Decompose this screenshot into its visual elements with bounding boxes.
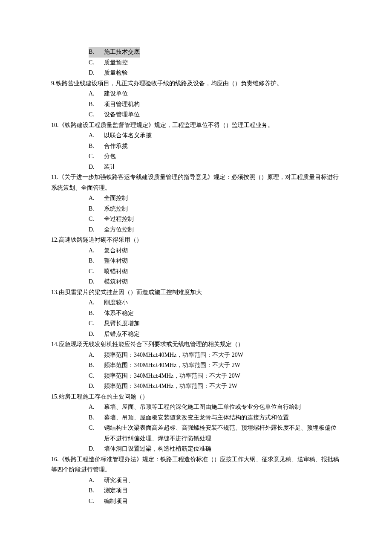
option: A.频率范围：340MHz±40MHz，功率范围：不大于 20W bbox=[89, 350, 341, 361]
option-list: B.施工技术交底C.质量预控D.质量检验 bbox=[89, 47, 341, 78]
option-letter: A. bbox=[89, 89, 104, 99]
question: B.施工技术交底C.质量预控D.质量检验 bbox=[51, 47, 341, 78]
option-letter: B. bbox=[89, 413, 104, 423]
option-list: A.频率范围：340MHz±40MHz，功率范围：不大于 20WB.频率范围：3… bbox=[89, 350, 341, 392]
option: A.幕墙、屋面、吊顶等工程的深化施工图由施工单位或专业分包单位自行绘制 bbox=[89, 402, 341, 413]
option-text: 墙体洞口设置过梁，构造柱植筋定位准确 bbox=[104, 444, 211, 454]
option-letter: C. bbox=[89, 371, 104, 382]
option-text: 研究项目、 bbox=[104, 475, 134, 486]
option-text: 幕墙、吊顶、屋面板安装随意改变主龙骨与主体结构的连接方式和位置 bbox=[104, 413, 289, 423]
option-text: 分包 bbox=[104, 151, 116, 162]
option-letter: B. bbox=[89, 486, 104, 496]
option-text: 喷锚衬砌 bbox=[104, 266, 128, 277]
option-letter: A. bbox=[89, 246, 104, 256]
question-text: 15.站房工程施工存在的主要问题（） bbox=[51, 392, 341, 402]
option-letter: C. bbox=[89, 496, 104, 507]
question-text: 9.铁路营业线建设项目，凡正式办理验收手续的线路及设备，均应由（）负责维修养护。 bbox=[51, 78, 341, 89]
option-letter: C. bbox=[89, 151, 104, 162]
option: C.钢结构主次梁表面高差超标、高强螺栓安装不规范、预埋螺杆外露长度不足、预埋板偏… bbox=[89, 423, 341, 444]
option-letter: B. bbox=[89, 99, 104, 110]
option-text: 刚度较小 bbox=[104, 298, 128, 308]
option-text: 频率范围：340MHz±40MHz，功率范围：不大于 20W bbox=[104, 350, 243, 361]
option-list: A.建设单位B.项目管理机构C.设备管理单位 bbox=[89, 89, 341, 120]
option: C.全过程控制 bbox=[89, 214, 341, 225]
option-letter: B. bbox=[89, 308, 104, 319]
option: A.刚度较小 bbox=[89, 298, 341, 308]
option-letter: B. bbox=[89, 256, 104, 266]
option: B.整体衬砌 bbox=[89, 256, 341, 266]
option-text: 全方位控制 bbox=[104, 225, 134, 235]
option-letter: A. bbox=[89, 130, 104, 141]
option-letter: C. bbox=[89, 423, 104, 444]
option-list: A.复合衬砌B.整体衬砌C.喷锚衬砌D.模筑衬砌 bbox=[89, 246, 341, 287]
option: A.研究项目、 bbox=[89, 475, 341, 486]
question: 16.《铁路工程造价标准管理办法》规定：铁路工程造价标准（）应按工作大纲、征求意… bbox=[51, 454, 341, 507]
option-text: 整体衬砌 bbox=[104, 256, 128, 266]
option-text: 后错点不稳定 bbox=[104, 329, 140, 340]
question-text: 12.高速铁路隧道衬砌不得采用（） bbox=[51, 235, 341, 246]
option-text: 钢结构主次梁表面高差超标、高强螺栓安装不规范、预埋螺杆外露长度不足、预埋板偏位后… bbox=[104, 423, 341, 444]
option: B.合作承揽 bbox=[89, 141, 341, 152]
option: B.施工技术交底 bbox=[89, 47, 341, 58]
question-text: 14.应急现场无线发射机性能应符合下列要求或无线电管理的相关规定（） bbox=[51, 339, 341, 350]
option-list: A.以联合体名义承揽B.合作承揽C.分包D.装让 bbox=[89, 130, 341, 172]
option-letter: C. bbox=[89, 318, 104, 329]
option-text: 系统控制 bbox=[104, 204, 128, 214]
option: B.频率范围：340MHz±40MHz，功率范围：不大于 2W bbox=[89, 360, 341, 371]
question-text: 13.由贝雷梁片的梁式挂蓝因（）而造成施工控制难度加大 bbox=[51, 287, 341, 298]
option: C.喷锚衬砌 bbox=[89, 266, 341, 277]
option-list: A.研究项目、B.测定项目C.编制项目 bbox=[89, 475, 341, 507]
option-text: 设备管理单位 bbox=[104, 110, 140, 120]
question: 12.高速铁路隧道衬砌不得采用（）A.复合衬砌B.整体衬砌C.喷锚衬砌D.模筑衬… bbox=[51, 235, 341, 287]
option-text: 全面控制 bbox=[104, 193, 128, 204]
question-text: 16.《铁路工程造价标准管理办法》规定：铁路工程造价标准（）应按工作大纲、征求意… bbox=[51, 454, 341, 475]
option: B.幕墙、吊顶、屋面板安装随意改变主龙骨与主体结构的连接方式和位置 bbox=[89, 413, 341, 423]
option-text: 频率范围：340MHz±4MHz，功率范围：不大于 2W bbox=[104, 381, 237, 392]
option: B.项目管理机构 bbox=[89, 99, 341, 110]
option: A.全面控制 bbox=[89, 193, 341, 204]
option-letter: D. bbox=[89, 277, 104, 287]
option-letter: C. bbox=[89, 58, 104, 68]
option-text: 复合衬砌 bbox=[104, 246, 128, 256]
option-text: 模筑衬砌 bbox=[104, 277, 128, 287]
option: B.体系不稳定 bbox=[89, 308, 341, 319]
option-text: 装让 bbox=[104, 162, 116, 173]
option-letter: B. bbox=[89, 47, 104, 58]
option-letter: A. bbox=[89, 402, 104, 413]
option-list: A.幕墙、屋面、吊顶等工程的深化施工图由施工单位或专业分包单位自行绘制B.幕墙、… bbox=[89, 402, 341, 454]
option-text: 悬臂长度增加 bbox=[104, 318, 140, 329]
option-text: 频率范围：340MHz±40MHz，功率范围：不大于 2W bbox=[104, 360, 240, 371]
question: 14.应急现场无线发射机性能应符合下列要求或无线电管理的相关规定（）A.频率范围… bbox=[51, 339, 341, 392]
option: D.频率范围：340MHz±4MHz，功率范围：不大于 2W bbox=[89, 381, 341, 392]
option-letter: A. bbox=[89, 298, 104, 308]
option-text: 质量预控 bbox=[104, 58, 128, 68]
option-text: 施工技术交底 bbox=[104, 47, 140, 58]
option: A.建设单位 bbox=[89, 89, 341, 99]
option: C.分包 bbox=[89, 151, 341, 162]
option-letter: D. bbox=[89, 162, 104, 173]
option-text: 体系不稳定 bbox=[104, 308, 134, 319]
option: D.墙体洞口设置过梁，构造柱植筋定位准确 bbox=[89, 444, 341, 454]
question-text: 11.《关于进一步加强铁路客运专线建设质量管理的指导意见》规定：必须按照（）原理… bbox=[51, 172, 341, 193]
question: 11.《关于进一步加强铁路客运专线建设质量管理的指导意见》规定：必须按照（）原理… bbox=[51, 172, 341, 235]
option: C.悬臂长度增加 bbox=[89, 318, 341, 329]
option-text: 幕墙、屋面、吊顶等工程的深化施工图由施工单位或专业分包单位自行绘制 bbox=[104, 402, 301, 413]
option-letter: A. bbox=[89, 193, 104, 204]
option: D.后错点不稳定 bbox=[89, 329, 341, 340]
option: A.复合衬砌 bbox=[89, 246, 341, 256]
option: C.频率范围：340MHz±4MHz，功率范围：不大于 20W bbox=[89, 371, 341, 382]
option: D.全方位控制 bbox=[89, 225, 341, 235]
exam-page: B.施工技术交底C.质量预控D.质量检验9.铁路营业线建设项目，凡正式办理验收手… bbox=[51, 47, 341, 506]
option-list: A.刚度较小B.体系不稳定C.悬臂长度增加D.后错点不稳定 bbox=[89, 298, 341, 339]
option: B.系统控制 bbox=[89, 204, 341, 214]
option-list: A.全面控制B.系统控制C.全过程控制D.全方位控制 bbox=[89, 193, 341, 235]
option: C.设备管理单位 bbox=[89, 110, 341, 120]
option-letter: C. bbox=[89, 110, 104, 120]
option: D.模筑衬砌 bbox=[89, 277, 341, 287]
option-letter: D. bbox=[89, 329, 104, 340]
question: 13.由贝雷梁片的梁式挂蓝因（）而造成施工控制难度加大A.刚度较小B.体系不稳定… bbox=[51, 287, 341, 340]
option: D.装让 bbox=[89, 162, 341, 173]
option: C.编制项目 bbox=[89, 496, 341, 507]
option-letter: B. bbox=[89, 141, 104, 152]
option-text: 编制项目 bbox=[104, 496, 128, 507]
